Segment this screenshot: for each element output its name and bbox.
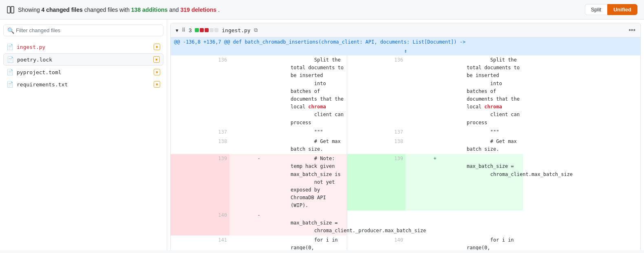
file-badge-poetry: ■ bbox=[153, 56, 160, 63]
unified-button[interactable]: Unified bbox=[607, 4, 637, 15]
diff-filename: ingest.py bbox=[222, 27, 250, 33]
right-sign-140 bbox=[406, 235, 464, 250]
additions-count: 138 additions bbox=[131, 7, 168, 13]
left-code-137: """ bbox=[288, 128, 347, 137]
more-icon[interactable]: ••• bbox=[629, 26, 635, 33]
file-name-requirements: requirements.txt bbox=[17, 81, 68, 88]
pill-gray-1 bbox=[210, 28, 214, 32]
file-badge-pyproject: ■ bbox=[154, 69, 160, 75]
showing-label: Showing bbox=[18, 7, 40, 13]
right-sign-139: + bbox=[406, 154, 464, 210]
main-layout: 🔍 📄 ingest.py ■ 📄 poetry.lock ■ 📄 pyproj… bbox=[0, 20, 644, 250]
copy-icon[interactable]: ⧉ bbox=[254, 27, 258, 33]
diff-row-140: 140 - max_batch_size = chroma_client._pr… bbox=[171, 211, 640, 236]
right-line-140: 140 bbox=[347, 235, 406, 250]
file-item-poetry[interactable]: 📄 poetry.lock ■ bbox=[3, 53, 163, 66]
right-line-139: 139 bbox=[347, 154, 406, 210]
right-sign-136 bbox=[406, 55, 464, 128]
left-code-141: for i in range(0, len(documents), max_ba… bbox=[288, 235, 347, 250]
right-sign-137 bbox=[406, 128, 464, 137]
filter-input[interactable] bbox=[3, 24, 163, 36]
expand-top-row[interactable]: ↕ bbox=[171, 46, 640, 55]
pill-red-2 bbox=[205, 28, 209, 32]
left-line-137: 137 bbox=[171, 128, 229, 137]
left-code-140: max_batch_size = chroma_client._producer… bbox=[288, 211, 347, 236]
right-code-137: """ bbox=[464, 128, 523, 137]
left-line-139: 139 bbox=[171, 154, 229, 210]
diff-row-137: 137 """ 137 """ bbox=[171, 128, 640, 137]
expand-top-cell[interactable]: ↕ bbox=[171, 46, 640, 55]
deletions-count: 319 deletions bbox=[180, 7, 216, 13]
more-options[interactable]: ••• bbox=[629, 26, 635, 34]
right-line-138: 138 bbox=[347, 137, 406, 154]
right-line-137: 137 bbox=[347, 128, 406, 137]
filter-input-wrapper: 🔍 bbox=[3, 24, 163, 36]
left-sign-140: - bbox=[229, 211, 288, 236]
right-code-139: max_batch_size = chroma_client.max_batch… bbox=[464, 154, 523, 210]
file-name-poetry: poetry.lock bbox=[17, 57, 52, 63]
right-code-140-empty bbox=[464, 211, 523, 236]
left-sign-137 bbox=[229, 128, 288, 137]
svg-rect-1 bbox=[11, 7, 14, 13]
diff-row-136: 136 Split the total documents to be inse… bbox=[171, 55, 640, 128]
changed-count: 4 changed files bbox=[42, 7, 83, 13]
left-sign-139: - bbox=[229, 154, 288, 210]
file-item-pyproject[interactable]: 📄 pyproject.toml ■ bbox=[3, 66, 163, 78]
right-line-136: 136 bbox=[347, 55, 406, 128]
hunk-header: @@ -136,8 +136,7 @@ def batch_chromadb_i… bbox=[171, 37, 640, 46]
diff-file-header: ▾ ⠿ 3 ingest.py ⧉ ••• bbox=[171, 23, 640, 37]
right-code-138: # Get max batch size. bbox=[464, 137, 523, 154]
diff-panel: ▾ ⠿ 3 ingest.py ⧉ ••• bbox=[167, 20, 644, 250]
left-sign-138 bbox=[229, 137, 288, 154]
diff-file-block: ▾ ⠿ 3 ingest.py ⧉ ••• bbox=[170, 23, 641, 250]
top-bar-left: Showing 4 changed files changed files wi… bbox=[7, 6, 220, 14]
left-sign-141 bbox=[229, 235, 288, 250]
left-line-136: 136 bbox=[171, 55, 229, 128]
pill-green-1 bbox=[195, 28, 199, 32]
file-icon-pyproject: 📄 bbox=[7, 69, 13, 75]
left-line-140: 140 bbox=[171, 211, 229, 236]
right-code-136: Split the total documents to be inserted… bbox=[464, 55, 523, 128]
left-line-138: 138 bbox=[171, 137, 229, 154]
split-button[interactable]: Split bbox=[585, 4, 607, 15]
expand-icon[interactable] bbox=[7, 6, 15, 14]
file-icon-requirements: 📄 bbox=[7, 81, 13, 88]
diff-row-139: 139 - # Note: temp hack given max_batch_… bbox=[171, 154, 640, 210]
left-code-136: Split the total documents to be inserted… bbox=[288, 55, 347, 128]
view-buttons: Split Unified bbox=[585, 4, 637, 15]
top-bar: Showing 4 changed files changed files wi… bbox=[0, 0, 644, 20]
diff-dots-icon: ⠿ bbox=[182, 27, 185, 33]
file-badge-requirements: ■ bbox=[154, 81, 160, 88]
file-icon: 📄 bbox=[7, 44, 13, 50]
left-code-139: # Note: temp hack given max_batch_size i… bbox=[288, 154, 347, 210]
search-icon: 🔍 bbox=[7, 27, 14, 34]
file-item-ingest[interactable]: 📄 ingest.py ■ bbox=[3, 41, 163, 53]
left-line-141: 141 bbox=[171, 235, 229, 250]
file-badge-ingest: ■ bbox=[154, 44, 160, 50]
diff-row-138: 138 # Get max batch size. 138 # Get max … bbox=[171, 137, 640, 154]
right-sign-138 bbox=[406, 137, 464, 154]
diff-stat-pills bbox=[195, 28, 218, 32]
left-code-138: # Get max batch size. bbox=[288, 137, 347, 154]
diff-row-141: 141 for i in range(0, len(documents), ma… bbox=[171, 235, 640, 250]
right-code-140: for i in range(0, len(documents), max_ba… bbox=[464, 235, 523, 250]
hunk-header-row: @@ -136,8 +136,7 @@ def batch_chromadb_i… bbox=[171, 37, 640, 46]
svg-rect-0 bbox=[7, 7, 10, 13]
diff-table: @@ -136,8 +136,7 @@ def batch_chromadb_i… bbox=[171, 37, 640, 250]
file-icon-poetry: 📄 bbox=[7, 56, 14, 63]
chevron-down-icon[interactable]: ▾ bbox=[176, 27, 179, 33]
file-name-pyproject: pyproject.toml bbox=[17, 69, 62, 75]
pill-gray-2 bbox=[214, 28, 218, 32]
file-item-requirements[interactable]: 📄 requirements.txt ■ bbox=[3, 79, 163, 90]
pill-red-1 bbox=[200, 28, 204, 32]
left-sign-136 bbox=[229, 55, 288, 128]
sidebar: 🔍 📄 ingest.py ■ 📄 poetry.lock ■ 📄 pyproj… bbox=[0, 20, 167, 250]
collapse-count: 3 bbox=[189, 27, 192, 33]
file-name-ingest: ingest.py bbox=[17, 44, 45, 50]
summary-text: Showing 4 changed files changed files wi… bbox=[18, 7, 220, 13]
